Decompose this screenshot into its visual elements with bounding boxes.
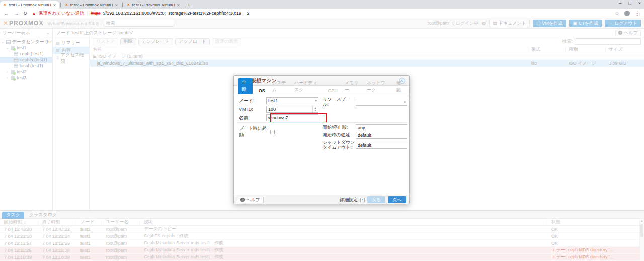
login-status: 'root@pam' でログイン中: [427, 20, 478, 27]
create-vm-button[interactable]: ▢ VMを作成: [533, 20, 566, 27]
tree-item-cephfs[interactable]: cephfs (test1): [0, 57, 52, 63]
view-selector[interactable]: サーバー表示 ⌄: [0, 29, 52, 37]
grid-icon: ▦: [56, 48, 60, 53]
maximize-icon[interactable]: □: [628, 1, 631, 6]
browser-tab-test3[interactable]: ✕ test3 - Proxmox Virtual Environm ×: [124, 1, 183, 9]
group-row-iso-images[interactable]: ⊟ ISO イメージ (1 Item): [90, 53, 644, 60]
tree-item-test1[interactable]: ⌄ test1: [0, 45, 52, 51]
column-header-name[interactable]: 名前: [90, 47, 528, 52]
kebab-menu-icon[interactable]: ⋮: [635, 11, 640, 16]
column-header-end-time[interactable]: 終了時刻: [38, 220, 76, 225]
logout-button[interactable]: → ログアウト: [605, 20, 641, 27]
column-header-format[interactable]: 形式: [528, 47, 566, 52]
gear-icon[interactable]: ⚙: [481, 21, 486, 26]
browser-tabstrip: ✕ test1 - Proxmox Virtual Environm × ✕ t…: [0, 0, 644, 9]
url-separator: |: [87, 11, 88, 16]
address-bar: ← → ↻ ▲ 保護されていない通信 | https ://192.168.20…: [0, 9, 644, 18]
column-header-description[interactable]: 説明: [140, 220, 547, 225]
scrollbar-thumb[interactable]: [640, 224, 643, 237]
show-config-button: 設定の表示: [212, 38, 242, 45]
caret-collapsed-icon[interactable]: ›: [6, 70, 9, 74]
bookmark-star-icon[interactable]: ☆: [615, 11, 619, 16]
column-header-size[interactable]: サイズ: [606, 47, 644, 52]
timeout-input[interactable]: [356, 142, 407, 149]
column-header-type[interactable]: 種別: [566, 47, 606, 52]
iso-type: ISO イメージ: [566, 60, 606, 67]
content-search-input[interactable]: [575, 38, 641, 45]
onboot-checkbox[interactable]: [270, 130, 275, 134]
tab-network: ネットワーク: [366, 79, 390, 95]
timeout-label: シャットダウンタイムアウト:: [323, 140, 356, 150]
proxmox-logo-icon: ✕: [3, 20, 8, 27]
minimize-icon[interactable]: –: [619, 1, 621, 6]
column-header-user[interactable]: ユーザー名: [102, 220, 140, 225]
caret-expanded-icon[interactable]: ⌄: [6, 46, 9, 50]
column-header-status[interactable]: 状態: [547, 220, 644, 225]
profile-avatar[interactable]: [624, 11, 630, 16]
browser-tab-test1[interactable]: ✕ test1 - Proxmox Virtual Environm ×: [0, 1, 59, 9]
proxmox-favicon: ✕: [127, 3, 130, 7]
tab-general[interactable]: 全般: [238, 78, 253, 94]
browser-tab-test2[interactable]: ✕ test2 - Proxmox Virtual Environm ×: [62, 1, 121, 9]
column-header-node[interactable]: ノード: [76, 220, 102, 225]
spinner-icons[interactable]: ▲ ▼: [312, 106, 318, 112]
tab-close-icon[interactable]: ×: [53, 3, 56, 8]
tree-item-test3[interactable]: › test3: [0, 75, 52, 81]
menu-item-summary[interactable]: ▤ サマリー: [53, 39, 89, 47]
dialog-tabbar: 全般 OS システム ハードディスク CPU メモリー ネットワーク 確認: [234, 86, 409, 95]
dialog-help-button[interactable]: ? ヘルプ: [237, 197, 264, 203]
tree-item-local[interactable]: local (test1): [0, 63, 52, 69]
task-row-error[interactable]: 7 04 12:11:29 7 04 12:11:38 test1 root@p…: [0, 247, 644, 254]
next-button[interactable]: 次へ: [388, 196, 406, 203]
tree-item-test2[interactable]: › test2: [0, 69, 52, 75]
delay-input[interactable]: [356, 132, 407, 139]
vm-name-input[interactable]: [266, 114, 318, 121]
tab-tasks[interactable]: タスク: [2, 212, 24, 219]
tab-close-icon[interactable]: ×: [115, 3, 118, 8]
pool-combobox[interactable]: ▾: [356, 99, 407, 106]
vertical-scrollbar[interactable]: ▲: [639, 219, 644, 261]
tab-os[interactable]: OS: [258, 87, 266, 95]
spinner-down-icon[interactable]: ▼: [314, 109, 317, 112]
order-label: 開始/停止順:: [323, 125, 356, 130]
task-row[interactable]: 7 04 12:12:57 7 04 12:12:59 test1 root@p…: [0, 240, 644, 247]
create-ct-button[interactable]: ▣ CTを作成: [569, 20, 602, 27]
tab-close-icon[interactable]: ×: [177, 3, 180, 8]
menu-item-permissions[interactable]: ⚿ アクセス権限: [53, 54, 89, 62]
task-row[interactable]: 7 04 12:22:10 7 04 12:22:24 test1 root@p…: [0, 233, 644, 240]
vmid-spinner[interactable]: ▲ ▼: [266, 106, 318, 113]
global-search-input[interactable]: [104, 20, 174, 27]
combo-arrow-icon[interactable]: ▾: [315, 99, 317, 103]
new-tab-button[interactable]: +: [187, 2, 190, 8]
close-icon[interactable]: ×: [638, 1, 641, 6]
upload-button[interactable]: アップロード: [175, 38, 210, 45]
task-row[interactable]: 7 04 12:43:20 7 04 12:43:22 test2 root@p…: [0, 226, 644, 233]
collapse-group-icon[interactable]: ⊟: [93, 54, 97, 59]
caret-expanded-icon[interactable]: ⌄: [1, 40, 5, 44]
back-icon[interactable]: ←: [4, 11, 9, 16]
node-icon: [11, 46, 15, 50]
reload-icon[interactable]: ↻: [23, 11, 27, 16]
order-input[interactable]: [356, 124, 407, 131]
iso-size: 3.09 GiB: [606, 61, 644, 66]
caret-collapsed-icon[interactable]: ›: [6, 76, 9, 80]
node-combobox[interactable]: ▾: [266, 97, 318, 104]
template-button[interactable]: テンプレート: [138, 38, 173, 45]
remove-button[interactable]: 削除: [120, 38, 136, 45]
combo-arrow-icon[interactable]: ▾: [404, 100, 406, 104]
datacenter-icon: [6, 40, 11, 44]
status-badge: OK: [547, 234, 644, 239]
tab-cluster-log[interactable]: クラスタログ: [25, 212, 61, 219]
documentation-button[interactable]: ▤ ドキュメント: [489, 20, 530, 27]
tree-item-datacenter[interactable]: ⌄ データセンター (hiratetest1: [0, 39, 52, 45]
forward-icon[interactable]: →: [14, 11, 19, 16]
help-icon: ?: [240, 198, 245, 202]
tree-item-ceph[interactable]: ceph (test1): [0, 51, 52, 57]
help-button[interactable]: ? ヘルプ: [615, 30, 641, 36]
url-box[interactable]: ▲ 保護されていない通信 | https ://192.168.202.161:…: [32, 10, 610, 17]
task-row-error[interactable]: 7 04 12:10:39 7 04 12:10:39 test1 root@p…: [0, 254, 644, 261]
advanced-checkbox[interactable]: ✓: [360, 198, 365, 202]
table-row-iso[interactable]: ja_windows_7_ultimate_with_sp1_x64_dvd_6…: [90, 60, 644, 67]
restore-button: リストア: [93, 38, 118, 45]
column-header-start-time[interactable]: 開始時刻↓: [0, 220, 38, 225]
